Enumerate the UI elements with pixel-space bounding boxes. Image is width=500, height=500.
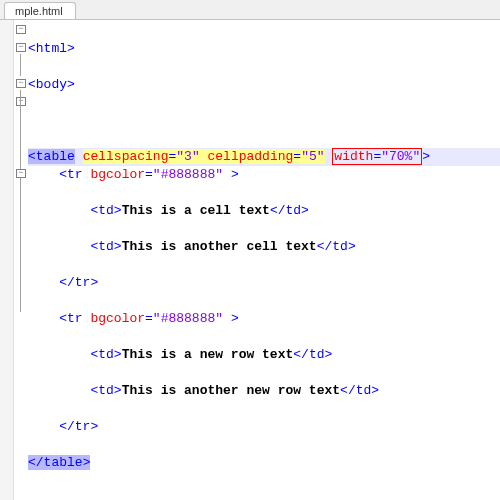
tab-filename: mple.html: [15, 5, 63, 17]
tag-td-close: </td>: [270, 203, 309, 218]
cell-text: This is another new row text: [122, 383, 340, 398]
tag-td-open: <td>: [90, 203, 121, 218]
tag-body-open: <body>: [28, 77, 75, 92]
code-area[interactable]: <html> <body> <table cellspacing="3" cel…: [28, 20, 500, 500]
code-editor[interactable]: − − − − − <html> <body> <table cellspaci…: [0, 20, 500, 500]
fold-toggle-icon[interactable]: −: [16, 97, 26, 106]
fold-toggle-icon[interactable]: −: [16, 43, 26, 52]
tag-html-open: <html>: [28, 41, 75, 56]
cell-text: This is another cell text: [122, 239, 317, 254]
tab-bar: mple.html: [0, 0, 500, 20]
cell-text: This is a cell text: [122, 203, 270, 218]
cell-text: This is a new row text: [122, 347, 294, 362]
tag-tr-close: </tr>: [59, 275, 98, 290]
blank-line: [28, 112, 500, 130]
gutter: [0, 20, 14, 500]
blank-line: [28, 490, 500, 500]
highlighted-line: <table cellspacing="3" cellpadding="5" w…: [28, 148, 500, 166]
tag-tr-open: <tr: [59, 167, 90, 182]
tag-table-close: </table>: [28, 455, 90, 470]
fold-toggle-icon[interactable]: −: [16, 169, 26, 178]
selected-attribute: width="70%": [332, 148, 422, 165]
tab-file[interactable]: mple.html: [4, 2, 76, 19]
fold-column: − − − − −: [14, 20, 28, 500]
fold-toggle-icon[interactable]: −: [16, 25, 26, 34]
fold-toggle-icon[interactable]: −: [16, 79, 26, 88]
